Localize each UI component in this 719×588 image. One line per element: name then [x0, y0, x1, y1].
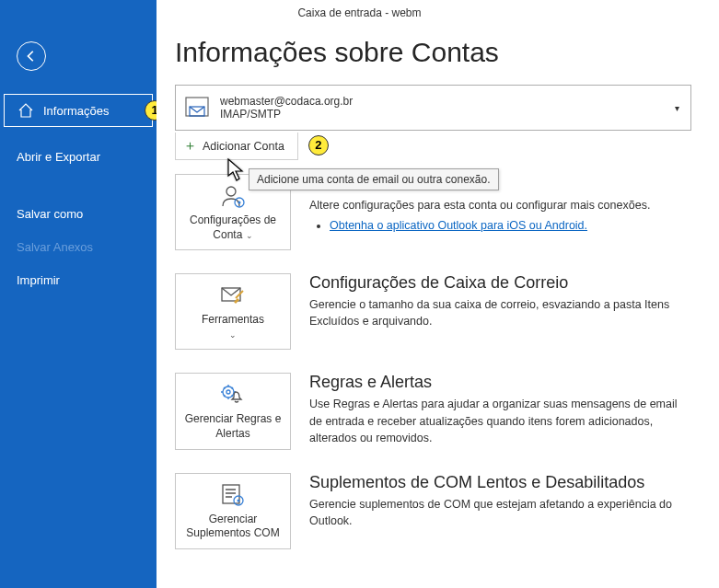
section-desc: Gerencie o tamanho da sua caixa de corre… [309, 296, 691, 329]
section-desc: Altere configurações para esta conta ou … [309, 197, 691, 234]
card-label: Ferramentas⌄ [202, 313, 264, 341]
account-email: webmaster@codaca.org.br [220, 95, 675, 108]
mailbox-broom-icon [219, 282, 247, 309]
svg-rect-8 [223, 485, 239, 503]
nav-label: Salvar como [17, 207, 83, 221]
nav-label: Salvar Anexos [17, 240, 93, 254]
svg-point-10 [238, 499, 240, 502]
card-label: Configurações de Conta ⌄ [180, 213, 286, 242]
card-label: Gerenciar Suplementos COM [180, 513, 286, 541]
cursor-icon [227, 158, 246, 186]
gear-bell-icon [219, 381, 247, 409]
nav-label: Imprimir [17, 273, 60, 287]
com-addins-card[interactable]: Gerenciar Suplementos COM [175, 473, 291, 549]
section-desc: Use Regras e Alertas para ajudar a organ… [309, 396, 691, 445]
section-title: Configurações de Caixa de Correio [309, 273, 691, 293]
section-title: Suplementos de COM Lentos e Desabilitado… [309, 473, 691, 492]
chevron-down-icon: ▾ [675, 103, 679, 113]
svg-point-2 [226, 187, 236, 196]
rules-alerts-card[interactable]: Gerenciar Regras e Alertas [175, 373, 291, 449]
home-icon [17, 102, 34, 119]
content-area: Informações sobre Contas webmaster@codac… [157, 28, 719, 588]
add-account-label: Adicionar Conta [203, 140, 284, 153]
account-protocol: IMAP/SMTP [220, 108, 675, 121]
mailbox-icon [183, 94, 211, 121]
nav-label: Informações [43, 104, 110, 118]
tools-card[interactable]: Ferramentas⌄ [175, 273, 291, 350]
nav-salvar-como[interactable]: Salvar como [0, 197, 157, 230]
chevron-down-icon: ⌄ [246, 231, 253, 240]
list-gear-icon [219, 481, 247, 509]
outlook-app-link[interactable]: Obtenha o aplicativo Outlook para iOS ou… [330, 219, 587, 232]
page-title: Informações sobre Contas [175, 37, 691, 68]
add-account-tooltip: Adicione uma conta de email ou outra con… [249, 168, 499, 190]
callout-2: 2 [308, 135, 329, 156]
plus-icon: ＋ [183, 137, 197, 155]
add-account-button[interactable]: ＋ Adicionar Conta 2 [175, 133, 298, 160]
section-desc: Gerencie suplementos de COM que estejam … [309, 496, 691, 529]
sidebar: Informações 1 Abrir e Exportar Salvar co… [0, 0, 157, 588]
user-gear-icon [219, 182, 247, 210]
nav-salvar-anexos: Salvar Anexos [0, 230, 157, 263]
back-button[interactable] [17, 41, 46, 71]
svg-point-7 [226, 390, 230, 394]
card-label: Gerenciar Regras e Alertas [180, 412, 286, 441]
arrow-left-icon [25, 50, 38, 63]
account-selector[interactable]: webmaster@codaca.org.br IMAP/SMTP ▾ [175, 85, 691, 131]
chevron-down-icon: ⌄ [229, 330, 237, 340]
nav-informacoes[interactable]: Informações 1 [4, 94, 153, 127]
account-text: webmaster@codaca.org.br IMAP/SMTP [220, 95, 675, 121]
svg-point-4 [238, 202, 241, 204]
nav-label: Abrir e Exportar [17, 150, 100, 164]
nav-imprimir[interactable]: Imprimir [0, 263, 157, 296]
section-title: Regras e Alertas [309, 373, 691, 392]
nav-abrir-exportar[interactable]: Abrir e Exportar [0, 140, 157, 173]
